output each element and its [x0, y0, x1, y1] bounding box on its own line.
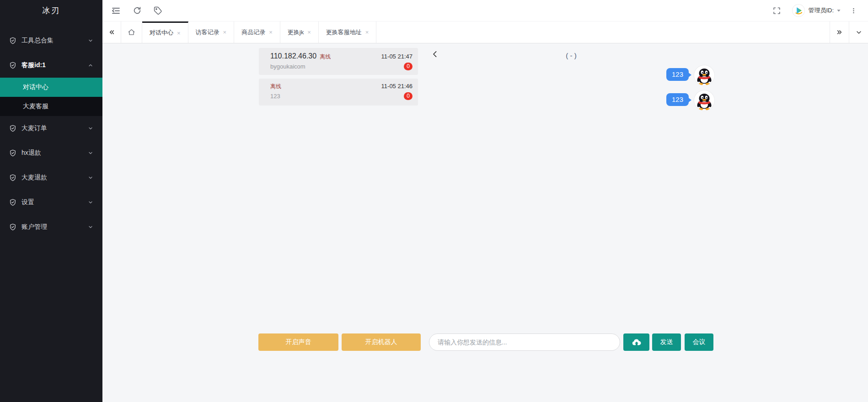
scroll-tabs-right-button[interactable]: [830, 21, 849, 43]
qq-penguin-avatar: [694, 90, 714, 111]
shield-check-icon: [9, 62, 16, 69]
tab-label: 更换客服地址: [326, 28, 362, 37]
shield-check-icon: [9, 199, 16, 206]
status-offline-label: 离线: [270, 83, 281, 90]
chevron-down-icon: [88, 175, 93, 180]
refresh-icon[interactable]: [133, 6, 141, 15]
collapse-sidebar-icon[interactable]: [111, 6, 121, 16]
header-right-group: 管理员ID:: [773, 5, 857, 16]
conversation-item[interactable]: 离线 11-05 21:46 123 0: [259, 79, 418, 106]
submenu-item-label: 对话中心: [23, 83, 48, 91]
shield-check-icon: [9, 223, 16, 231]
close-icon[interactable]: ×: [307, 29, 311, 35]
unread-badge: 0: [404, 63, 413, 70]
tab-label: 更换jk: [288, 28, 304, 37]
send-button[interactable]: 发送: [652, 333, 681, 351]
chevron-down-icon: [88, 126, 93, 131]
conversation-time: 11-05 21:46: [381, 83, 413, 90]
chat-workspace: 110.182.46.30 离线 11-05 21:47 bygoukaicom…: [102, 43, 868, 402]
conversation-subtitle: bygoukaicom: [270, 63, 305, 70]
message-bubble: 123: [666, 68, 689, 81]
sidebar: 冰刃 工具总合集 客服id:1 对话中心 大麦客服: [0, 0, 102, 402]
sidebar-item-label: 大麦退款: [21, 174, 47, 182]
sidebar-item-account[interactable]: 账户管理: [0, 215, 102, 239]
chevron-up-icon: [88, 63, 93, 68]
chevron-down-icon: [88, 150, 93, 156]
shield-check-icon: [9, 149, 16, 157]
chevron-down-icon: [88, 200, 93, 205]
tab-label: 商品记录: [241, 28, 265, 37]
shield-check-icon: [9, 125, 16, 132]
qq-penguin-avatar: [694, 65, 714, 85]
top-header: 管理员ID:: [102, 0, 868, 21]
sidebar-item-label: 设置: [21, 198, 34, 206]
tab-change-jk[interactable]: 更换jk ×: [280, 21, 319, 43]
chevron-down-icon: [88, 38, 93, 43]
sidebar-menu: 工具总合集 客服id:1 对话中心 大麦客服: [0, 28, 102, 239]
scroll-tabs-left-button[interactable]: [102, 21, 121, 43]
sidebar-item-settings[interactable]: 设置: [0, 190, 102, 215]
tab-options-button[interactable]: [849, 21, 868, 43]
shield-check-icon: [9, 174, 16, 181]
home-tab-button[interactable]: [121, 21, 142, 43]
tab-label: 访客记录: [196, 28, 220, 37]
admin-id-label: 管理员ID:: [808, 6, 834, 15]
tab-chat-center[interactable]: 对话中心 ×: [142, 21, 188, 43]
shield-check-icon: [9, 37, 16, 44]
kebab-menu-icon[interactable]: [850, 7, 857, 14]
tag-icon[interactable]: [154, 6, 162, 15]
close-icon[interactable]: ×: [365, 29, 369, 35]
enable-sound-button[interactable]: 开启声音: [258, 333, 338, 351]
conversation-item[interactable]: 110.182.46.30 离线 11-05 21:47 bygoukaicom…: [259, 48, 418, 75]
sidebar-item-label: 工具总合集: [21, 37, 54, 45]
sidebar-item-label: hx退款: [21, 149, 41, 157]
tabbar-spacer: [376, 21, 830, 43]
sidebar-item-label: 大麦订单: [21, 124, 47, 132]
conversation-subtitle: 123: [270, 93, 280, 100]
app-title: 冰刃: [0, 0, 102, 21]
message-bubble: 123: [666, 93, 689, 106]
admin-avatar[interactable]: [793, 5, 804, 16]
chevron-down-icon: [88, 224, 93, 230]
conversation-row-top: 110.182.46.30 离线 11-05 21:47: [270, 52, 413, 61]
double-chevron-left-icon: [108, 28, 116, 36]
conversation-time: 11-05 21:47: [381, 53, 413, 60]
conversation-row-bottom: 123 0: [270, 92, 413, 100]
sidebar-item-hx-refund[interactable]: hx退款: [0, 141, 102, 165]
sidebar-item-service-id[interactable]: 客服id:1: [0, 53, 102, 78]
home-icon: [128, 28, 135, 36]
double-chevron-right-icon: [836, 28, 843, 36]
message-input[interactable]: [429, 333, 620, 351]
message-row: 123: [429, 90, 714, 111]
status-offline-label: 离线: [320, 53, 331, 61]
tab-label: 对话中心: [150, 29, 173, 37]
enable-robot-button[interactable]: 开启机器人: [342, 333, 421, 351]
message-row: 123: [429, 65, 714, 85]
meeting-button[interactable]: 会议: [685, 333, 713, 351]
conversation-title: 110.182.46.30: [270, 52, 316, 60]
cloud-upload-icon: [632, 337, 642, 347]
sidebar-item-damai-service[interactable]: 大麦客服: [0, 97, 102, 116]
conversation-row-top: 离线 11-05 21:46: [270, 83, 413, 90]
tab-bar: 对话中心 × 访客记录 × 商品记录 × 更换jk × 更换客服地址 ×: [102, 21, 868, 43]
upload-button[interactable]: [623, 333, 649, 351]
unread-badge: 0: [404, 92, 413, 100]
fullscreen-icon[interactable]: [773, 7, 781, 15]
tab-product-log[interactable]: 商品记录 ×: [234, 21, 280, 43]
close-icon[interactable]: ×: [177, 30, 181, 36]
sidebar-item-damai-refund[interactable]: 大麦退款: [0, 165, 102, 190]
sidebar-item-label: 账户管理: [21, 223, 47, 231]
tab-visitor-log[interactable]: 访客记录 ×: [188, 21, 235, 43]
chat-header-title: ( - ): [429, 52, 713, 59]
tab-change-service-address[interactable]: 更换客服地址 ×: [319, 21, 377, 43]
sidebar-item-chat-center[interactable]: 对话中心: [0, 78, 102, 97]
conversation-row-bottom: bygoukaicom 0: [270, 63, 413, 70]
sidebar-item-damai-orders[interactable]: 大麦订单: [0, 116, 102, 141]
message-list: 123: [429, 65, 714, 116]
sidebar-item-label: 客服id:1: [21, 61, 46, 69]
caret-down-icon[interactable]: [836, 8, 841, 13]
close-icon[interactable]: ×: [269, 29, 273, 35]
sidebar-item-tools[interactable]: 工具总合集: [0, 28, 102, 53]
submenu-item-label: 大麦客服: [23, 102, 48, 111]
close-icon[interactable]: ×: [223, 29, 227, 35]
